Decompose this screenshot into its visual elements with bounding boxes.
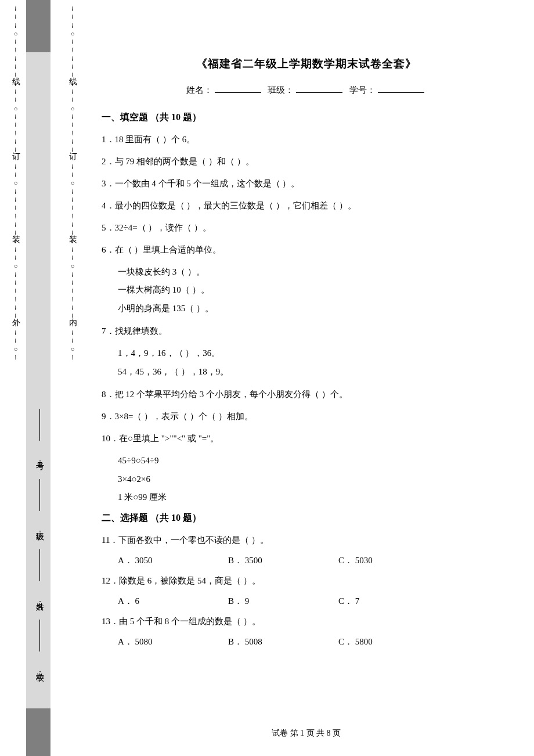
- question-2: 2．与 79 相邻的两个数是（ ）和（ ）。: [102, 153, 511, 170]
- q13-option-a[interactable]: A． 5080: [118, 635, 228, 649]
- exam-title: 《福建省二年级上学期数学期末试卷全套》: [102, 55, 511, 73]
- underline-class: [39, 479, 40, 511]
- q13-option-b[interactable]: B． 5008: [228, 635, 338, 649]
- question-10a: 45÷9○54÷9: [118, 452, 511, 470]
- label-examno: 考号：: [34, 456, 45, 464]
- binding-gutter: ⁞⁞⁞○ ⁞⁞⁞⁞ 线 ⁞⁞⁞⁞○ ⁞⁞⁞⁞ 订 ⁞⁞⁞⁞○ ⁞⁞⁞⁞⁞ 装 ⁞…: [0, 0, 87, 756]
- question-7-stem: 7．找规律填数。: [102, 322, 511, 340]
- question-9: 9．3×8=（ ），表示（ ）个（ ）相加。: [102, 408, 511, 425]
- blank-name[interactable]: [215, 84, 261, 93]
- question-10-stem: 10．在○里填上 ">""<" 或 "="。: [102, 430, 511, 447]
- q11-option-b[interactable]: B． 3500: [228, 553, 338, 567]
- label-school: 学校：: [34, 667, 45, 675]
- q11-option-c[interactable]: C． 5030: [338, 553, 449, 567]
- question-7b: 54，45，36，（ ），18，9。: [118, 363, 511, 381]
- question-7a: 1，4，9，16，（ ），36。: [118, 344, 511, 363]
- question-10b: 3×4○2×6: [118, 470, 511, 489]
- underline-name: [39, 549, 40, 581]
- exam-content: 《福建省二年级上学期数学期末试卷全套》 姓名： 班级： 学号： 一、填空题 （共…: [102, 0, 511, 652]
- label-class: 班级：: [268, 85, 294, 95]
- gutter-inner-column: ⁞⁞⁞○ ⁞⁞⁞⁞ 线 ⁞⁞⁞⁞○ ⁞⁞⁞⁞ 订 ⁞⁞⁞⁞○ ⁞⁞⁞⁞⁞ 装 ⁞…: [68, 0, 77, 756]
- question-12-stem: 12．除数是 6，被除数是 54，商是（ ）。: [102, 572, 511, 589]
- page-footer: 试卷 第 1 页 共 8 页: [102, 728, 511, 739]
- student-info-line: 姓名： 班级： 学号：: [102, 83, 511, 97]
- question-6-stem: 6．在（ ）里填上合适的单位。: [102, 241, 511, 258]
- question-8: 8．把 12 个苹果平均分给 3 个小朋友，每个小朋友分得（ ）个。: [102, 386, 511, 403]
- question-6c: 小明的身高是 135（ ）。: [118, 300, 511, 318]
- section-1-header: 一、填空题 （共 10 题）: [102, 110, 511, 125]
- question-1: 1．18 里面有（ ）个 6。: [102, 131, 511, 148]
- question-13-stem: 13．由 5 个千和 8 个一组成的数是（ ）。: [102, 613, 511, 630]
- question-3: 3．一个数由 4 个千和 5 个一组成，这个数是（ ）。: [102, 175, 511, 192]
- q12-option-a[interactable]: A． 6: [118, 594, 228, 608]
- question-12-options: A． 6 B． 9 C． 7: [118, 594, 511, 608]
- q12-option-b[interactable]: B． 9: [228, 594, 338, 608]
- question-11-stem: 11．下面各数中，一个零也不读的是（ ）。: [102, 531, 511, 549]
- question-11-options: A． 3050 B． 3500 C． 5030: [118, 553, 511, 567]
- question-10c: 1 米○99 厘米: [118, 488, 511, 507]
- question-6b: 一棵大树高约 10（ ）。: [118, 281, 511, 300]
- q11-option-a[interactable]: A． 3050: [118, 553, 228, 567]
- underline-examno: [39, 409, 40, 441]
- blank-id[interactable]: [378, 84, 424, 93]
- label-class-v: 班级：: [34, 526, 45, 534]
- blank-class[interactable]: [296, 84, 342, 93]
- gutter-outer-column: ⁞⁞⁞○ ⁞⁞⁞⁞ 线 ⁞⁞⁞⁞○ ⁞⁞⁞⁞ 订 ⁞⁞⁞⁞○ ⁞⁞⁞⁞⁞ 装 ⁞…: [12, 0, 20, 756]
- label-id: 学号：: [349, 85, 376, 95]
- question-4: 4．最小的四位数是（ ），最大的三位数是（ ），它们相差（ ）。: [102, 197, 511, 214]
- q13-option-c[interactable]: C． 5800: [338, 635, 449, 649]
- section-2-header: 二、选择题 （共 10 题）: [102, 510, 511, 525]
- question-6a: 一块橡皮长约 3（ ）。: [118, 263, 511, 282]
- underline-school: [39, 620, 40, 651]
- question-13-options: A． 5080 B． 5008 C． 5800: [118, 635, 511, 649]
- student-info-vertical: 学校： 姓名： 班级： 考号：: [33, 0, 46, 756]
- q12-option-c[interactable]: C． 7: [338, 594, 449, 608]
- label-name-v: 姓名：: [34, 596, 45, 604]
- question-5: 5．32÷4=（ ），读作（ ）。: [102, 219, 511, 236]
- label-name: 姓名：: [186, 85, 212, 95]
